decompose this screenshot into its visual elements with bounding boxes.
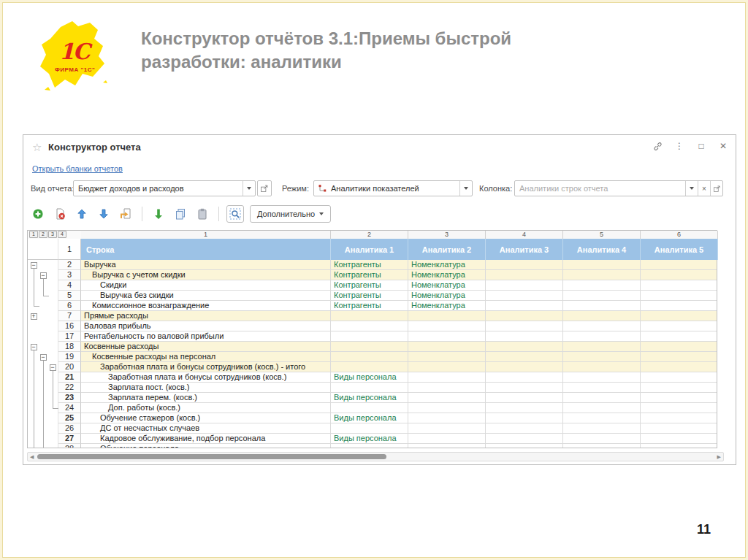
analytic-cell[interactable] — [331, 423, 408, 434]
row-label-cell[interactable]: Выручка — [81, 260, 331, 270]
row-label-cell[interactable]: Рентабельность по валовой прибыли — [81, 331, 331, 342]
analytic-cell[interactable] — [641, 393, 717, 403]
analytic-cell[interactable] — [408, 434, 486, 444]
collapse-group-icon[interactable]: − — [31, 344, 37, 350]
dropdown-arrow-icon[interactable] — [685, 181, 698, 196]
analytic-cell[interactable] — [563, 280, 641, 291]
copy-button[interactable] — [172, 205, 189, 223]
collapse-group-icon[interactable]: − — [31, 262, 37, 269]
analytic-cell[interactable] — [331, 444, 408, 448]
analytic-cell[interactable] — [563, 352, 641, 362]
analytic-cell[interactable] — [563, 270, 641, 280]
vertical-scrollbar[interactable]: ▲▼ — [717, 260, 717, 448]
analytic-cell[interactable]: Виды персонала — [331, 413, 408, 423]
analytic-cell[interactable] — [408, 403, 486, 413]
analytic-cell[interactable] — [563, 413, 641, 423]
row-number[interactable]: 25 — [58, 413, 81, 423]
add-button[interactable] — [29, 205, 47, 223]
analytic-cell[interactable] — [486, 342, 563, 352]
row-number[interactable]: 17 — [58, 331, 81, 342]
analytic-cell[interactable] — [486, 301, 563, 311]
row-number[interactable]: 26 — [58, 423, 81, 434]
menu-dots-icon[interactable]: ⋮ — [674, 141, 684, 151]
analytic-cell[interactable] — [641, 423, 717, 434]
analytic-cell[interactable] — [408, 383, 486, 393]
row-number[interactable]: 23 — [58, 393, 81, 403]
collapse-group-icon[interactable]: − — [50, 364, 56, 371]
analytic-cell[interactable]: Номенклатура — [408, 270, 486, 280]
analytic-cell[interactable] — [641, 342, 717, 352]
analytic-cell[interactable]: Номенклатура — [408, 301, 486, 311]
analytic-cell[interactable] — [641, 321, 717, 331]
analytic-cell[interactable]: Контрагенты — [331, 291, 408, 301]
analytic-cell[interactable] — [486, 403, 563, 413]
analytic-cell[interactable] — [641, 291, 717, 301]
analytic-cell[interactable] — [486, 434, 563, 444]
analytic-cell[interactable] — [641, 301, 717, 311]
analytic-cell[interactable] — [486, 270, 563, 280]
analytic-cell[interactable] — [408, 331, 486, 342]
analytic-cell[interactable] — [408, 342, 486, 352]
row-number[interactable]: 20 — [58, 362, 81, 372]
import-button[interactable] — [150, 205, 167, 223]
analytic-cell[interactable] — [486, 372, 563, 383]
analytic-cell[interactable] — [331, 311, 408, 321]
row-number[interactable]: 7 — [58, 311, 81, 321]
analytic-cell[interactable] — [486, 393, 563, 403]
row-label-cell[interactable]: Косвенные расходы — [81, 342, 331, 352]
horizontal-scroll-thumb[interactable] — [37, 454, 386, 459]
mode-combo[interactable]: Аналитики показателей — [313, 180, 473, 196]
group-level-button[interactable]: 3 — [48, 231, 57, 238]
analytic-cell[interactable] — [563, 291, 641, 301]
choose-icon[interactable] — [710, 181, 722, 196]
analytic-cell[interactable] — [486, 260, 563, 270]
analytic-cell[interactable] — [563, 321, 641, 331]
open-report-blanks-link[interactable]: Открыть бланки отчетов — [32, 164, 123, 173]
column-input[interactable]: Аналитики строк отчета × — [514, 180, 723, 196]
column-number[interactable]: 3 — [408, 231, 486, 239]
analytic-cell[interactable]: Номенклатура — [408, 291, 486, 301]
row-number[interactable]: 2 — [58, 260, 81, 270]
scroll-left-icon[interactable]: ◀ — [30, 454, 34, 460]
dropdown-arrow-icon[interactable] — [459, 181, 472, 196]
analytic-cell[interactable] — [563, 260, 641, 270]
analytic-cell[interactable] — [486, 362, 563, 372]
analytic-cell[interactable] — [408, 372, 486, 383]
analytic-cell[interactable] — [486, 352, 563, 362]
row-label-cell[interactable]: Зарплата пост. (косв.) — [81, 383, 331, 393]
row-label-cell[interactable]: Заработная плата и бонусы сотрудников (к… — [81, 362, 331, 372]
analytic-cell[interactable] — [641, 372, 717, 383]
expand-group-icon[interactable]: + — [31, 313, 37, 320]
link-icon[interactable] — [652, 141, 663, 151]
group-level-button[interactable]: 4 — [58, 231, 66, 238]
analytic-cell[interactable]: Номенклатура — [408, 260, 486, 270]
analytic-cell[interactable] — [331, 383, 408, 393]
analytic-cell[interactable] — [563, 362, 641, 372]
analytic-cell[interactable]: Виды персонала — [331, 372, 408, 383]
horizontal-scrollbar[interactable]: ◀ ▶ — [27, 452, 724, 461]
row-number[interactable]: 5 — [58, 291, 81, 301]
row-label-cell[interactable]: Доп. работы (косв.) — [81, 403, 331, 413]
analytic-cell[interactable] — [486, 413, 563, 423]
row-number[interactable]: 19 — [58, 352, 81, 362]
dropdown-arrow-icon[interactable] — [243, 181, 255, 196]
row-number[interactable]: 22 — [58, 383, 81, 393]
row-number[interactable]: 1 — [58, 239, 81, 260]
column-number[interactable]: 1 — [81, 231, 331, 239]
analytic-cell[interactable] — [408, 321, 486, 331]
analytic-cell[interactable] — [408, 311, 486, 321]
analytic-cell[interactable] — [563, 301, 641, 311]
row-label-cell[interactable]: ДС от несчастных случаев — [81, 423, 331, 434]
row-number[interactable]: 18 — [58, 342, 81, 352]
grid-header-cell[interactable]: Строка — [81, 239, 331, 260]
column-number[interactable]: 5 — [563, 231, 641, 239]
analytic-cell[interactable] — [563, 393, 641, 403]
find-button[interactable] — [226, 205, 244, 223]
column-number[interactable]: 4 — [486, 231, 563, 239]
row-label-cell[interactable]: Зарплата перем. (косв.) — [81, 393, 331, 403]
analytic-cell[interactable] — [486, 280, 563, 291]
analytic-cell[interactable] — [641, 403, 717, 413]
analytic-cell[interactable] — [563, 372, 641, 383]
analytic-cell[interactable]: Контрагенты — [331, 270, 408, 280]
column-number[interactable]: 6 — [641, 231, 718, 239]
